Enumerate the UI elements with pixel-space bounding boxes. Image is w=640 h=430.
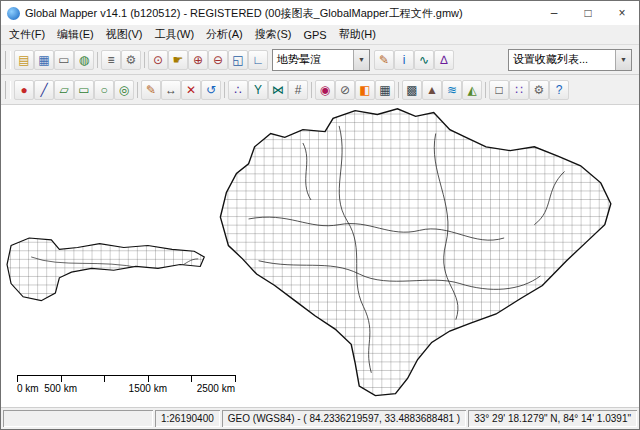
map-region-large: [220, 109, 610, 396]
move-feature-icon[interactable]: ↔: [161, 80, 181, 100]
open-file-icon[interactable]: ▤: [14, 50, 34, 70]
main-toolbar: ▤▦▭◍≡⚙⊙☛⊕⊖◱∟ 地势晕渲 ▼ ✎i∿∆ 设置收藏列表... ▼: [1, 45, 639, 75]
help-icon[interactable]: ?: [549, 80, 569, 100]
title-bar: Global Mapper v14.1 (b120512) - REGISTER…: [1, 1, 639, 25]
combine-lines-icon[interactable]: ⋈: [268, 80, 288, 100]
separator: [221, 80, 228, 100]
select-features-icon[interactable]: □: [489, 80, 509, 100]
viewshed-icon[interactable]: ◭: [462, 80, 482, 100]
digitizer-tools-group: ●╱▱▭○◎✎↔✕↺∴Y⋈#◉⊘◧▦▩▲≋◭□∷⚙?: [14, 80, 569, 100]
terrain-icon[interactable]: ▲: [422, 80, 442, 100]
3d-view-icon[interactable]: ∆: [434, 50, 454, 70]
scale-label: 0 km: [17, 383, 39, 394]
chevron-down-icon[interactable]: ▼: [353, 50, 369, 70]
path-profile-icon[interactable]: ∿: [414, 50, 434, 70]
feature-info-icon[interactable]: i: [394, 50, 414, 70]
status-projection: GEO (WGS84) - ( 84.2336219597, 33.488368…: [222, 410, 466, 427]
favorites-combo-value: 设置收藏列表...: [509, 52, 615, 67]
full-view-icon[interactable]: ◱: [228, 50, 248, 70]
zoom-tool-icon[interactable]: ⊙: [148, 50, 168, 70]
app-icon: [7, 7, 20, 20]
status-message: [3, 410, 153, 427]
separator: [308, 80, 315, 100]
separator: [395, 80, 402, 100]
menu-item[interactable]: 搜索(S): [249, 26, 298, 43]
scale-bar: 0 km 500 km 1500 km 2500 km: [17, 367, 235, 395]
separator: [482, 80, 489, 100]
scale-bar-line: [17, 375, 235, 376]
vertex-edit-icon[interactable]: ∴: [228, 80, 248, 100]
snap-toggle-icon[interactable]: #: [288, 80, 308, 100]
edit-feature-icon[interactable]: ✎: [141, 80, 161, 100]
minimize-button[interactable]: –: [537, 1, 571, 25]
zoom-out-icon[interactable]: ⊖: [208, 50, 228, 70]
scale-label: 500 km: [44, 383, 77, 394]
create-point-icon[interactable]: ●: [14, 80, 34, 100]
map-region-small: [7, 238, 204, 301]
toolbar-grip: [5, 51, 11, 69]
view-tools-group: ✎i∿∆: [374, 50, 454, 70]
overlay-control-center-icon[interactable]: ≡: [101, 50, 121, 70]
separator: [141, 50, 148, 70]
create-range-rings-icon[interactable]: ◎: [114, 80, 134, 100]
digitizer-tool-icon[interactable]: ✎: [374, 50, 394, 70]
shader-combo-value: 地势晕渲: [273, 52, 353, 67]
global-mapper-window: Global Mapper v14.1 (b120512) - REGISTER…: [0, 0, 640, 430]
separator: [134, 80, 141, 100]
favorites-combo[interactable]: 设置收藏列表... ▼: [508, 49, 632, 71]
menu-item[interactable]: 帮助(H): [333, 26, 382, 43]
status-scale: 1:26190400: [155, 410, 220, 427]
crop-icon[interactable]: ⊘: [335, 80, 355, 100]
grid-create-icon[interactable]: ▩: [402, 80, 422, 100]
separator: [94, 50, 101, 70]
menu-bar: 文件(F)编辑(E)视图(V)工具(W)分析(A)搜索(S)GPS帮助(H): [1, 25, 639, 45]
measure-tool-icon[interactable]: ∟: [248, 50, 268, 70]
watershed-icon[interactable]: ≋: [442, 80, 462, 100]
map-canvas[interactable]: [1, 105, 639, 407]
create-line-icon[interactable]: ╱: [34, 80, 54, 100]
chevron-down-icon[interactable]: ▼: [615, 50, 631, 70]
menu-item[interactable]: 视图(V): [100, 26, 149, 43]
pan-tool-icon[interactable]: ☛: [168, 50, 188, 70]
status-coordinates: 33° 29' 18.1279" N, 84° 14' 1.0391": [468, 410, 637, 427]
digitizer-toolbar: ●╱▱▭○◎✎↔✕↺∴Y⋈#◉⊘◧▦▩▲≋◭□∷⚙?: [1, 75, 639, 105]
scale-label: 2500 km: [197, 383, 235, 394]
scale-label: 1500 km: [129, 383, 167, 394]
lidar-icon[interactable]: ∷: [509, 80, 529, 100]
undo-icon[interactable]: ↺: [201, 80, 221, 100]
menu-item[interactable]: 工具(W): [148, 26, 200, 43]
window-title: Global Mapper v14.1 (b120512) - REGISTER…: [25, 6, 537, 21]
status-bar: 1:26190400 GEO (WGS84) - ( 84.2336219597…: [1, 407, 639, 429]
map-view[interactable]: 0 km 500 km 1500 km 2500 km: [1, 105, 639, 407]
toolbar-grip: [5, 81, 11, 99]
menu-item[interactable]: 编辑(E): [51, 26, 100, 43]
menu-item[interactable]: 文件(F): [3, 26, 51, 43]
delete-feature-icon[interactable]: ✕: [181, 80, 201, 100]
split-line-icon[interactable]: Y: [248, 80, 268, 100]
maximize-button[interactable]: □: [571, 1, 605, 25]
save-workspace-icon[interactable]: ▦: [34, 50, 54, 70]
attributes-icon[interactable]: ▦: [375, 80, 395, 100]
menu-item[interactable]: GPS: [297, 28, 332, 42]
create-area-icon[interactable]: ▱: [54, 80, 74, 100]
print-icon[interactable]: ▭: [54, 50, 74, 70]
open-online-data-icon[interactable]: ◍: [74, 50, 94, 70]
shader-combo[interactable]: 地势晕渲 ▼: [272, 49, 370, 71]
options-icon[interactable]: ⚙: [529, 80, 549, 100]
create-circle-icon[interactable]: ○: [94, 80, 114, 100]
menu-item[interactable]: 分析(A): [200, 26, 249, 43]
paint-icon[interactable]: ◧: [355, 80, 375, 100]
create-rectangle-icon[interactable]: ▭: [74, 80, 94, 100]
zoom-in-icon[interactable]: ⊕: [188, 50, 208, 70]
close-button[interactable]: ×: [605, 1, 639, 25]
configuration-icon[interactable]: ⚙: [121, 50, 141, 70]
file-tools-group: ▤▦▭◍≡⚙⊙☛⊕⊖◱∟: [14, 50, 268, 70]
buffer-icon[interactable]: ◉: [315, 80, 335, 100]
